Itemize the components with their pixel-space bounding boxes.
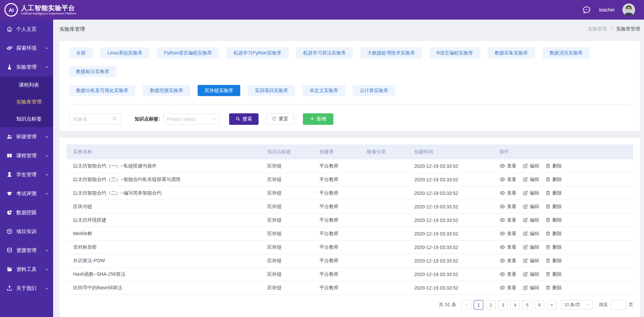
page-button-1[interactable]: 1 xyxy=(474,300,483,310)
sidebar-item-label: 数据挖掘 xyxy=(16,209,49,216)
delete-button[interactable]: 删除 xyxy=(546,217,562,223)
sidebar-item-experiment-mgmt[interactable]: 实验管理 xyxy=(0,58,53,76)
view-button[interactable]: 查看 xyxy=(499,163,516,169)
edit-button[interactable]: 编辑 xyxy=(523,231,539,237)
prev-page-button[interactable]: < xyxy=(462,300,471,310)
table-row: 以太坊环境搭建区块链平台教师2020-12-19 03:33:52查看编辑删除 xyxy=(66,213,633,227)
filter-tag[interactable]: 云计算实验库 xyxy=(353,85,395,96)
view-button[interactable]: 查看 xyxy=(499,285,516,291)
experiment-name-input[interactable] xyxy=(72,116,112,122)
edit-button[interactable]: 编辑 xyxy=(523,163,539,169)
sidebar-item-data-mining[interactable]: 数据挖掘 xyxy=(0,203,53,222)
add-button[interactable]: 新增 xyxy=(303,113,333,125)
message-bubble-icon[interactable] xyxy=(582,5,592,15)
username[interactable]: teacher xyxy=(599,7,615,13)
sidebar-item-label: 项目实训 xyxy=(16,228,49,235)
page-button-5[interactable]: 5 xyxy=(523,300,532,310)
submenu-item-experiment-lib-mgmt[interactable]: 实验库管理 xyxy=(0,93,53,110)
avatar[interactable] xyxy=(622,3,635,16)
submenu-item-course-list[interactable]: 课程列表 xyxy=(0,76,53,93)
edit-button[interactable]: 编辑 xyxy=(523,258,539,264)
delete-button[interactable]: 删除 xyxy=(546,244,562,250)
filter-tag[interactable]: 数据挖掘实验库 xyxy=(143,85,190,96)
sidebar-item-label: 资源管理 xyxy=(16,247,45,254)
delete-button[interactable]: 删除 xyxy=(546,177,562,183)
filter-tag[interactable]: 全部 xyxy=(69,47,93,59)
cell-creator: 平台教师 xyxy=(319,159,367,173)
cell-created: 2020-12-19 03:33:52 xyxy=(414,268,499,281)
sidebar-item-student-mgmt[interactable]: 学生管理 xyxy=(0,165,53,184)
filter-tag[interactable]: 大数据处理技术实验库 xyxy=(360,47,422,59)
filter-tag[interactable]: 数据采集实验库 xyxy=(488,47,535,59)
jump-label: 跳至 xyxy=(599,302,608,308)
view-button[interactable]: 查看 xyxy=(499,190,516,196)
view-button[interactable]: 查看 xyxy=(499,271,516,277)
search-button[interactable]: 搜索 xyxy=(229,113,259,125)
upload-icon xyxy=(6,285,13,291)
filter-tag[interactable]: 数据清洗实验库 xyxy=(542,47,590,59)
delete-button[interactable]: 删除 xyxy=(546,231,562,237)
view-button[interactable]: 查看 xyxy=(499,177,516,183)
edit-button[interactable]: 编辑 xyxy=(523,204,539,210)
knowledge-tag-select[interactable]: Please select xyxy=(163,114,220,124)
edit-label: 编辑 xyxy=(530,217,539,223)
sidebar-item-course-mgmt[interactable]: 课程管理 xyxy=(0,146,53,165)
page-size-select[interactable]: 10 条/页 xyxy=(561,300,593,310)
view-button[interactable]: 查看 xyxy=(499,204,516,210)
cell-tag: 区块链 xyxy=(267,173,319,186)
filter-tag[interactable]: Python语言编程实验库 xyxy=(157,47,219,59)
filter-tag[interactable]: 数据分析及可视化实验库 xyxy=(69,85,135,96)
reset-button[interactable]: 重置 xyxy=(266,113,294,125)
sidebar-item-home[interactable]: 个人主页 xyxy=(0,20,53,39)
sidebar-submenu: 课程列表实验库管理知识点标签 xyxy=(0,76,53,127)
filter-tag[interactable]: 机器学习Python实验库 xyxy=(226,47,289,59)
breadcrumb-parent[interactable]: 实验管理 xyxy=(588,26,607,31)
sidebar-item-resource-mgmt[interactable]: 资源管理 xyxy=(0,241,53,260)
cell-creator: 平台教师 xyxy=(319,268,367,281)
filter-tag[interactable]: 实训项目实验库 xyxy=(248,85,295,96)
filter-tag[interactable]: 区块链实验库 xyxy=(198,85,240,96)
edit-button[interactable]: 编辑 xyxy=(523,244,539,250)
cell-name: 区块与链 xyxy=(66,200,267,213)
edit-button[interactable]: 编辑 xyxy=(523,177,539,183)
edit-button[interactable]: 编辑 xyxy=(523,285,539,291)
delete-button[interactable]: 删除 xyxy=(546,258,562,264)
jump-page-input[interactable] xyxy=(610,300,626,310)
delete-button[interactable]: 删除 xyxy=(546,163,562,169)
filter-tag[interactable]: 数据标注实验库 xyxy=(69,66,116,77)
sidebar-item-about-us[interactable]: 关于我们 xyxy=(0,279,53,298)
view-button[interactable]: 查看 xyxy=(499,258,516,264)
breadcrumb-current: 实验库管理 xyxy=(616,26,640,31)
sidebar-item-explore-env[interactable]: 探索环境 xyxy=(0,39,53,58)
row-actions: 查看编辑删除 xyxy=(499,271,633,277)
edit-label: 编辑 xyxy=(530,204,539,210)
sidebar-item-class-mgmt[interactable]: 班级管理 xyxy=(0,127,53,146)
filter-tag[interactable]: Linux系统实验库 xyxy=(100,47,149,59)
delete-button[interactable]: 删除 xyxy=(546,190,562,196)
delete-button[interactable]: 删除 xyxy=(546,271,562,277)
edit-label: 编辑 xyxy=(530,177,539,183)
sidebar-item-project-training[interactable]: 项目实训 xyxy=(0,222,53,241)
filter-tag[interactable]: R语言编程实验库 xyxy=(429,47,480,59)
filter-tag[interactable]: 未定义实验库 xyxy=(303,85,345,96)
delete-button[interactable]: 删除 xyxy=(546,204,562,210)
edit-button[interactable]: 编辑 xyxy=(523,271,539,277)
edit-button[interactable]: 编辑 xyxy=(523,217,539,223)
next-page-button[interactable]: > xyxy=(547,300,556,310)
view-button[interactable]: 查看 xyxy=(499,217,516,223)
sidebar-item-label: 学生管理 xyxy=(16,172,45,178)
sidebar-item-doc-tools[interactable]: 资料工具 xyxy=(0,260,53,279)
page-button-4[interactable]: 4 xyxy=(510,300,520,310)
page-button-2[interactable]: 2 xyxy=(486,300,495,310)
cell-tag: 区块链 xyxy=(267,213,319,227)
page-button-6[interactable]: 6 xyxy=(535,300,544,310)
chevron-down-icon xyxy=(45,46,49,50)
filter-tag[interactable]: 机器学习算法实验库 xyxy=(296,47,353,59)
view-button[interactable]: 查看 xyxy=(499,244,516,250)
submenu-item-knowledge-tags[interactable]: 知识点标签 xyxy=(0,110,53,127)
delete-button[interactable]: 删除 xyxy=(546,285,562,291)
page-button-3[interactable]: 3 xyxy=(498,300,508,310)
sidebar-item-exam-eval[interactable]: 考试评测 xyxy=(0,184,53,203)
edit-button[interactable]: 编辑 xyxy=(523,190,539,196)
view-button[interactable]: 查看 xyxy=(499,231,516,237)
